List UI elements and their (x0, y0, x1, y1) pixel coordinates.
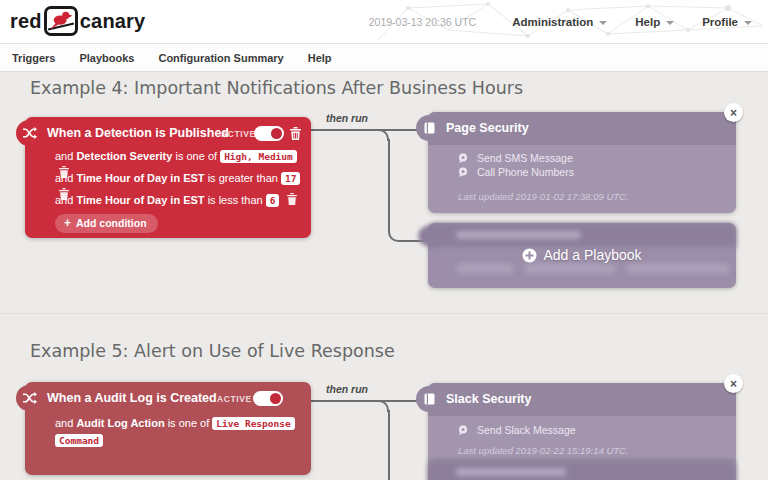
condition-operator: is less than (208, 194, 263, 206)
playbook-card-page-security: Page Security × Send SMS Message Call Ph… (428, 112, 736, 213)
playbook-action[interactable]: Send Slack Message (458, 424, 576, 436)
connector-line (311, 400, 418, 402)
blurred-content (428, 460, 736, 480)
condition-value[interactable]: 6 (266, 194, 280, 207)
chevron-down-icon (666, 21, 674, 25)
action-icon (458, 425, 468, 435)
condition-operator: is one of (168, 417, 210, 429)
condition-row: and Audit Log Action is one of Live Resp… (55, 415, 293, 449)
toggle-knob (271, 128, 282, 139)
condition-field: Audit Log Action (76, 417, 164, 429)
toggle-knob (270, 393, 281, 404)
close-icon: × (730, 107, 737, 119)
connector-line (311, 129, 418, 131)
condition-prefix: and (55, 150, 73, 162)
triggers-page: red canary 2019-03-13 20:36 UTC Administ… (0, 0, 768, 480)
playbook-title: Page Security (446, 121, 529, 135)
section-title-example4: Example 4: Important Notifications After… (30, 78, 523, 98)
active-status-label: ACTIVE (221, 129, 256, 139)
blurred-playbook-partial (428, 460, 736, 480)
close-button[interactable]: × (724, 103, 743, 122)
menu-administration[interactable]: Administration (512, 16, 607, 28)
condition-row: and Time Hour of Day in EST is less than… (55, 192, 297, 210)
condition-field: Time Hour of Day in EST (76, 172, 204, 184)
condition-operator: is greater than (208, 172, 278, 184)
playbook-tab (416, 386, 446, 412)
last-updated-text: Last updated 2019-02-22 15:19:14 UTC. (458, 445, 629, 456)
playbook-card-slack-security: Slack Security × Send Slack Message Last… (428, 383, 736, 468)
canary-bird-icon (44, 6, 78, 36)
section-divider (0, 313, 768, 314)
playbook-action[interactable]: Send SMS Message (458, 152, 573, 164)
action-icon (458, 167, 468, 177)
condition-operator: is one of (175, 150, 217, 162)
section-title-example5: Example 5: Alert on Use of Live Response (30, 341, 395, 361)
add-condition-button[interactable]: + Add condition (55, 214, 158, 233)
book-icon (424, 122, 435, 134)
shuffle-icon (23, 127, 37, 139)
add-playbook-button[interactable]: Add a Playbook (428, 247, 736, 263)
shuffle-icon (23, 392, 37, 404)
then-run-label: then run (326, 383, 368, 395)
blurred-playbook-placeholder: Add a Playbook (428, 223, 736, 288)
trigger-tab (16, 385, 48, 411)
delete-condition-button[interactable] (287, 193, 297, 210)
close-icon: × (730, 378, 737, 390)
condition-prefix: and (55, 417, 73, 429)
plus-icon: + (64, 218, 71, 228)
menu-help[interactable]: Help (635, 16, 674, 28)
menu-profile[interactable]: Profile (702, 16, 752, 28)
nav-item-playbooks[interactable]: Playbooks (79, 52, 134, 64)
red-canary-logo[interactable]: red canary (10, 6, 145, 36)
action-icon (458, 153, 468, 163)
connector-branch (388, 410, 390, 480)
condition-value[interactable]: 17 (281, 172, 300, 185)
trigger-card-detection-published: When a Detection is Published ACTIVE and… (25, 117, 311, 238)
chevron-down-icon (599, 21, 607, 25)
active-status-label: ACTIVE (217, 394, 252, 404)
trigger-title: When a Audit Log is Created (47, 391, 217, 405)
nav-item-configuration-summary[interactable]: Configuration Summary (158, 52, 283, 64)
logo-text-red: red (10, 10, 42, 33)
last-updated-text: Last updated 2019-01-02 17:38:09 UTC. (458, 191, 629, 202)
condition-prefix: and (55, 194, 73, 206)
trigger-title: When a Detection is Published (47, 126, 229, 140)
active-toggle[interactable] (254, 126, 284, 141)
book-icon (424, 393, 435, 405)
playbook-action[interactable]: Call Phone Numbers (458, 166, 574, 178)
condition-prefix: and (55, 172, 73, 184)
playbook-tab (416, 115, 446, 141)
connector-curve (368, 129, 389, 141)
utc-timestamp: 2019-03-13 20:36 UTC (369, 16, 476, 28)
delete-trigger-button[interactable] (290, 126, 301, 144)
playbook-title: Slack Security (446, 392, 531, 406)
active-toggle[interactable] (253, 391, 283, 406)
trigger-tab (16, 120, 48, 146)
nav-item-help[interactable]: Help (308, 52, 332, 64)
secondary-nav: Triggers Playbooks Configuration Summary… (0, 44, 768, 72)
chevron-down-icon (744, 21, 752, 25)
nav-item-triggers[interactable]: Triggers (12, 52, 55, 64)
then-run-label: then run (326, 112, 368, 124)
logo-text-canary: canary (80, 10, 146, 33)
top-header: red canary 2019-03-13 20:36 UTC Administ… (0, 0, 768, 44)
trigger-card-audit-log: When a Audit Log is Created ACTIVE and A… (25, 382, 311, 475)
condition-field: Detection Severity (76, 150, 172, 162)
condition-value[interactable]: High, Medium (220, 150, 297, 163)
condition-field: Time Hour of Day in EST (76, 194, 204, 206)
connector-curve (368, 400, 389, 412)
plus-circle-icon (522, 248, 537, 263)
close-button[interactable]: × (724, 374, 743, 393)
